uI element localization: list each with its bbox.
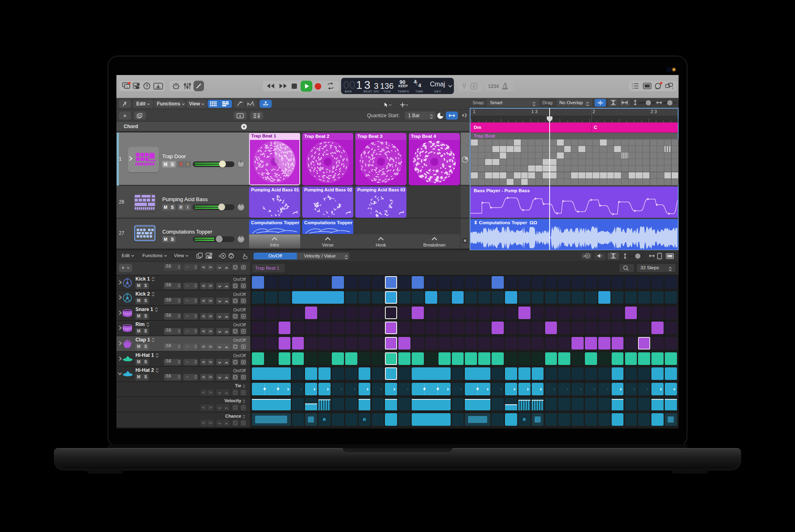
svg-text:?: ? xyxy=(146,84,148,88)
svg-text:R: R xyxy=(258,116,260,118)
svg-text:♪: ♪ xyxy=(672,86,674,90)
svg-text:>: > xyxy=(583,254,585,258)
svg-text:>: > xyxy=(218,254,221,258)
svg-text:S: S xyxy=(473,84,475,89)
svg-text:R: R xyxy=(587,254,589,258)
svg-text:♪: ♪ xyxy=(126,85,128,89)
